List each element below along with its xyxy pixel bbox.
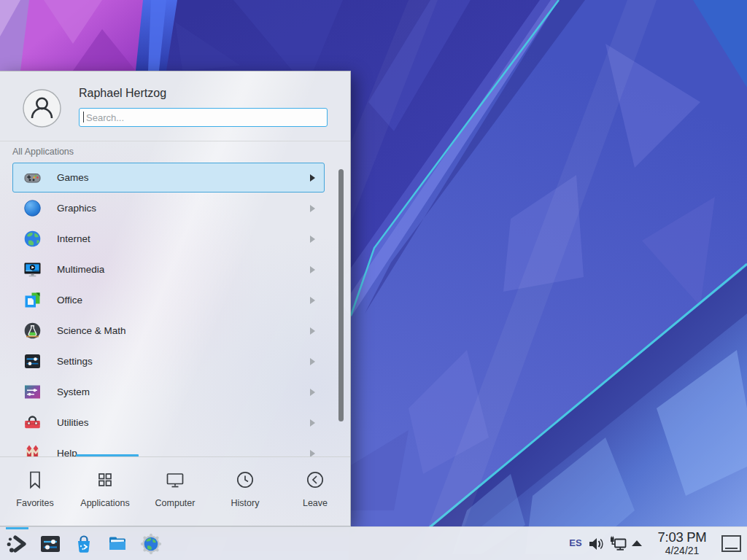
submenu-arrow-icon xyxy=(310,450,315,457)
category-games[interactable]: Games xyxy=(12,163,325,192)
category-label: System xyxy=(57,386,90,397)
bookmark-icon xyxy=(24,469,46,491)
search-field-wrap xyxy=(79,108,328,127)
submenu-arrow-icon xyxy=(310,174,315,182)
tab-applications[interactable]: Applications xyxy=(70,457,140,527)
section-label: All Applications xyxy=(12,147,74,157)
help-figures-icon xyxy=(23,443,42,456)
documents-icon xyxy=(23,290,42,310)
application-launcher-menu: Raphael Hertzog All Applications xyxy=(0,71,351,526)
tab-history[interactable]: History xyxy=(210,457,280,527)
tab-label: Leave xyxy=(280,498,350,508)
submenu-arrow-icon xyxy=(310,297,315,304)
expand-tray-arrow-icon[interactable] xyxy=(632,540,642,546)
submenu-arrow-icon xyxy=(310,419,315,427)
category-help[interactable]: Help xyxy=(12,438,325,456)
wired-network-icon[interactable] xyxy=(609,536,627,552)
category-settings[interactable]: Settings xyxy=(12,346,325,376)
category-label: Games xyxy=(57,172,89,183)
category-label: Office xyxy=(57,295,82,306)
category-label: Graphics xyxy=(57,203,96,214)
search-input[interactable] xyxy=(79,108,328,127)
tab-leave[interactable]: Leave xyxy=(280,457,350,527)
category-system[interactable]: System xyxy=(12,377,325,407)
settings-sliders-icon xyxy=(23,351,42,371)
category-label: Internet xyxy=(57,233,90,244)
flask-icon xyxy=(23,321,42,341)
text-caret xyxy=(83,112,84,122)
digital-clock[interactable]: 7:03 PM 4/24/21 xyxy=(651,529,713,557)
category-label: Help xyxy=(57,448,77,456)
system-settings-icon[interactable] xyxy=(39,533,61,555)
submenu-arrow-icon xyxy=(310,266,315,273)
launcher-header: Raphael Hertzog xyxy=(0,71,350,141)
category-label: Science & Math xyxy=(57,325,126,336)
category-label: Utilities xyxy=(57,417,89,428)
category-label: Settings xyxy=(57,356,93,367)
volume-icon[interactable] xyxy=(588,536,605,552)
category-internet[interactable]: Internet xyxy=(12,224,325,254)
launcher-active-indicator xyxy=(6,527,28,529)
system-sliders-icon xyxy=(23,382,42,402)
computer-icon xyxy=(164,469,186,491)
scrollbar[interactable] xyxy=(338,169,344,421)
gamepad-icon xyxy=(23,168,42,187)
tab-label: Applications xyxy=(70,498,140,508)
tab-label: Computer xyxy=(140,498,210,508)
file-manager-folder-icon[interactable] xyxy=(107,533,128,555)
keyboard-layout-indicator[interactable]: ES xyxy=(567,537,584,548)
clock-icon xyxy=(234,469,256,491)
category-graphics[interactable]: Graphics xyxy=(12,193,325,223)
blue-sphere-icon xyxy=(23,198,42,218)
category-multimedia[interactable]: Multimedia xyxy=(12,254,325,284)
category-office[interactable]: Office xyxy=(12,285,325,315)
submenu-arrow-icon xyxy=(310,236,315,243)
category-utilities[interactable]: Utilities xyxy=(12,408,325,438)
user-avatar-icon[interactable] xyxy=(23,89,61,128)
kde-launcher-icon[interactable] xyxy=(6,532,28,556)
show-desktop-icon[interactable] xyxy=(721,535,741,552)
web-browser-globe-icon[interactable] xyxy=(140,533,162,555)
launcher-tab-bar: Favorites Applications xyxy=(0,456,350,527)
tab-computer[interactable]: Computer xyxy=(140,457,210,527)
submenu-arrow-icon xyxy=(310,205,315,212)
toolbox-icon xyxy=(23,413,42,432)
clock-date: 4/24/21 xyxy=(651,545,713,557)
clock-time: 7:03 PM xyxy=(651,529,713,545)
tab-label: History xyxy=(210,498,280,508)
tab-favorites[interactable]: Favorites xyxy=(0,457,70,527)
globe-icon xyxy=(23,229,42,249)
category-science-math[interactable]: Science & Math xyxy=(12,316,325,346)
taskbar: ES 7:03 PM 4/24/21 xyxy=(0,526,747,560)
submenu-arrow-icon xyxy=(310,327,315,335)
media-monitor-icon xyxy=(23,260,42,279)
grid-icon xyxy=(94,469,116,491)
discover-bag-icon[interactable] xyxy=(73,533,95,555)
user-name: Raphael Hertzog xyxy=(79,87,166,100)
submenu-arrow-icon xyxy=(310,358,315,365)
category-label: Multimedia xyxy=(57,264,104,275)
tab-label: Favorites xyxy=(0,498,70,508)
app-category-list: Games Graphics Internet xyxy=(0,162,350,456)
leave-icon xyxy=(304,469,326,491)
desktop: Raphael Hertzog All Applications xyxy=(0,0,747,560)
submenu-arrow-icon xyxy=(310,389,315,396)
